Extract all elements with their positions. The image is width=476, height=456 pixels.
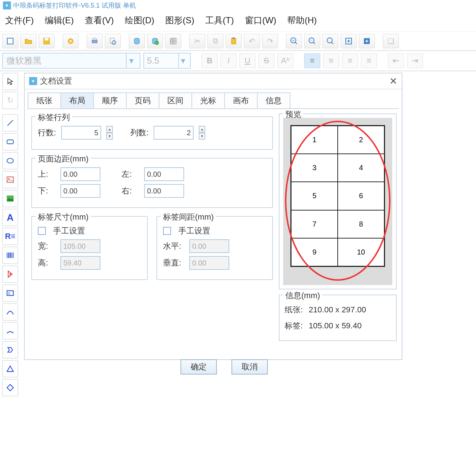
info-label-label: 标签: bbox=[285, 318, 306, 334]
margin-left-input[interactable] bbox=[144, 167, 184, 181]
svg-rect-23 bbox=[7, 177, 13, 182]
tab-canvas[interactable]: 画布 bbox=[224, 92, 258, 108]
svg-text:+: + bbox=[292, 39, 294, 43]
italic-icon[interactable]: I bbox=[221, 53, 237, 68]
margin-right-input[interactable] bbox=[144, 184, 184, 198]
preview-cell: 4 bbox=[338, 154, 384, 182]
indent-right-icon[interactable]: ⇥ bbox=[407, 53, 423, 68]
close-icon[interactable]: ✕ bbox=[389, 76, 397, 87]
strike-icon[interactable]: S bbox=[258, 53, 274, 68]
redo-icon[interactable]: ↷ bbox=[262, 34, 278, 48]
info-legend: 信息(mm) bbox=[283, 290, 322, 301]
fit-icon[interactable] bbox=[341, 34, 357, 48]
font-size-select[interactable]: 5.5 ▾ bbox=[143, 53, 191, 69]
margin-top-input[interactable] bbox=[60, 167, 100, 181]
bold-icon[interactable]: B bbox=[202, 53, 218, 68]
tab-cursor[interactable]: 光标 bbox=[191, 92, 225, 108]
ellipse-tool-icon[interactable] bbox=[2, 152, 18, 169]
arc-tool-icon[interactable] bbox=[2, 322, 18, 340]
richtext-tool-icon[interactable]: R≡ bbox=[2, 228, 18, 245]
fit-all-icon[interactable] bbox=[359, 34, 375, 48]
polygon-tool-icon[interactable] bbox=[2, 341, 18, 359]
zoom-out-icon[interactable]: − bbox=[304, 34, 320, 48]
manual-size-checkbox[interactable] bbox=[38, 227, 46, 235]
tab-layout[interactable]: 布局 bbox=[60, 92, 94, 108]
align-right-icon[interactable]: ≡ bbox=[342, 53, 358, 68]
tab-order[interactable]: 顺序 bbox=[93, 92, 127, 108]
open-icon[interactable] bbox=[20, 34, 36, 48]
gap-h-label: 水平: bbox=[163, 241, 184, 252]
rotate-tool-icon[interactable]: ↻ bbox=[2, 92, 18, 109]
menu-window[interactable]: 窗口(W) bbox=[245, 15, 277, 26]
cancel-button[interactable]: 取消 bbox=[231, 359, 268, 375]
font-style-icon[interactable]: Aᵇ bbox=[277, 53, 293, 68]
rows-input[interactable] bbox=[61, 126, 101, 140]
chevron-down-icon[interactable]: ▾ bbox=[178, 53, 187, 68]
chevron-down-icon[interactable]: ▾ bbox=[126, 53, 136, 68]
menu-draw[interactable]: 绘图(D) bbox=[125, 15, 154, 26]
new-icon[interactable] bbox=[2, 34, 18, 48]
indent-left-icon[interactable]: ⇤ bbox=[388, 53, 404, 68]
copy-icon[interactable]: ⧉ bbox=[207, 34, 223, 48]
info-box: 纸张: 210.00 x 297.00 标签: 105.00 x 59.40 bbox=[283, 299, 392, 337]
legend-labelgap: 标签间距(mm) bbox=[161, 212, 216, 223]
menu-shape[interactable]: 图形(S) bbox=[165, 15, 194, 26]
diamond-tool-icon[interactable] bbox=[2, 379, 18, 396]
zoom-in-icon[interactable]: + bbox=[286, 34, 302, 48]
picture-tool-icon[interactable] bbox=[2, 190, 18, 207]
tab-info[interactable]: 信息 bbox=[257, 92, 290, 108]
menu-file[interactable]: 文件(F) bbox=[5, 15, 34, 26]
paste-icon[interactable] bbox=[226, 34, 242, 48]
form-column: 标签行列 行数: ▲▼ 列数: ▲▼ 页面边距(mm) bbox=[28, 109, 277, 356]
align-left-icon[interactable]: ≡ bbox=[304, 53, 320, 68]
menu-view[interactable]: 查看(V) bbox=[85, 15, 114, 26]
cols-spinner[interactable]: ▲▼ bbox=[199, 126, 205, 140]
zoom-reset-icon[interactable] bbox=[322, 34, 338, 48]
grid-icon[interactable] bbox=[165, 34, 181, 48]
settings-icon[interactable] bbox=[63, 34, 79, 48]
margin-bottom-input[interactable] bbox=[60, 184, 100, 198]
manual-gap-checkbox[interactable] bbox=[163, 227, 171, 235]
tab-pageno[interactable]: 页码 bbox=[126, 92, 159, 108]
app-icon: ✦ bbox=[3, 1, 11, 9]
barcode-tool-icon[interactable] bbox=[2, 247, 18, 264]
db-icon[interactable] bbox=[129, 34, 145, 48]
tab-paper[interactable]: 纸张 bbox=[28, 92, 61, 108]
layers-icon[interactable]: ❏ bbox=[383, 34, 399, 48]
group-rows-cols: 标签行列 行数: ▲▼ 列数: ▲▼ bbox=[31, 116, 273, 150]
tab-range[interactable]: 区间 bbox=[159, 92, 192, 108]
cursor-tool-icon[interactable] bbox=[2, 73, 18, 90]
line-tool-icon[interactable] bbox=[2, 114, 18, 132]
group-label-gap: 标签间距(mm) 手工设置 水平: 垂直: bbox=[156, 216, 273, 280]
manual-size-label: 手工设置 bbox=[53, 225, 85, 236]
align-justify-icon[interactable]: ≡ bbox=[361, 53, 377, 68]
save-icon[interactable] bbox=[39, 34, 55, 48]
menu-edit[interactable]: 编辑(E) bbox=[45, 15, 74, 26]
cols-input[interactable] bbox=[154, 126, 194, 140]
underline-icon[interactable]: U bbox=[239, 53, 255, 68]
dialog-area: ✦ 文档设置 ✕ 纸张 布局 顺序 页码 区间 光标 画布 信息 标签行列 bbox=[20, 71, 476, 455]
print-icon[interactable] bbox=[87, 34, 103, 48]
margin-bottom-label: 下: bbox=[38, 185, 55, 196]
align-center-icon[interactable]: ≡ bbox=[323, 53, 339, 68]
height-input bbox=[60, 256, 100, 270]
text-tool-icon[interactable]: A bbox=[2, 209, 18, 226]
curve-tool-icon[interactable] bbox=[2, 303, 18, 321]
font-family-select[interactable]: 微软雅黑 ▾ bbox=[2, 53, 140, 69]
dialog-title: 文档设置 bbox=[40, 76, 72, 87]
db-refresh-icon[interactable] bbox=[147, 34, 163, 48]
preview-cell: 1 bbox=[291, 126, 338, 154]
preview-cell: 10 bbox=[338, 238, 384, 266]
undo-icon[interactable]: ↶ bbox=[244, 34, 260, 48]
elec-tool-icon[interactable]: E bbox=[2, 284, 18, 302]
triangle-tool-icon[interactable] bbox=[2, 360, 18, 377]
ok-button[interactable]: 确定 bbox=[181, 359, 217, 375]
menu-tool[interactable]: 工具(T) bbox=[205, 15, 234, 26]
cut-icon[interactable]: ✂ bbox=[189, 34, 205, 48]
qrcode-tool-icon[interactable] bbox=[2, 265, 18, 283]
rows-spinner[interactable]: ▲▼ bbox=[106, 126, 113, 140]
image-tool-icon[interactable] bbox=[2, 171, 18, 188]
preview-icon[interactable] bbox=[105, 34, 121, 48]
menu-help[interactable]: 帮助(H) bbox=[287, 15, 317, 26]
rect-tool-icon[interactable] bbox=[2, 133, 18, 151]
